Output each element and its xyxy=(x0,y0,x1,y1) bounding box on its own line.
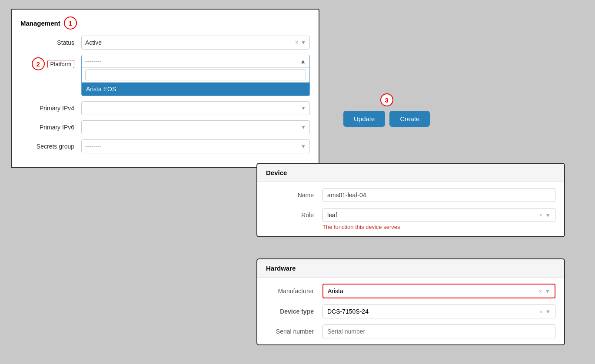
primary-ipv4-label: Primary IPv4 xyxy=(20,105,81,112)
device-role-row: Role leaf × ▼ The function this device s… xyxy=(266,208,555,230)
platform-search-input[interactable] xyxy=(85,69,306,80)
hardware-section-header: Hardware xyxy=(257,259,564,278)
secrets-chevron-icon[interactable]: ▼ xyxy=(301,143,306,149)
manufacturer-chevron-icon[interactable]: ▼ xyxy=(545,288,550,295)
platform-dropdown[interactable]: -------- ▲ Arista EOS xyxy=(81,55,310,96)
primary-ipv6-row: Primary IPv6 ▼ xyxy=(20,120,310,134)
device-type-select[interactable]: DCS-7150S-24 × ▼ xyxy=(322,304,555,318)
device-panel: Device Name Role leaf × ▼ The function t… xyxy=(256,163,565,237)
primary-ipv4-field[interactable]: ▼ xyxy=(81,101,310,115)
device-section-body: Name Role leaf × ▼ The function this dev… xyxy=(257,182,564,236)
platform-current-value: -------- xyxy=(85,58,101,65)
status-label: Status xyxy=(20,39,81,46)
management-panel: Management 1 Status Active × ▼ 2 Platfor… xyxy=(11,9,319,168)
create-button[interactable]: Create xyxy=(389,111,430,127)
status-select[interactable]: Active × ▼ xyxy=(81,36,310,50)
device-name-row: Name xyxy=(266,188,555,202)
management-title: Management 1 xyxy=(20,17,310,30)
platform-option-arista-eos[interactable]: Arista EOS xyxy=(82,83,309,96)
device-type-value: DCS-7150S-24 xyxy=(327,308,369,315)
button-row: Update Create xyxy=(343,111,430,127)
device-name-label: Name xyxy=(266,192,322,199)
manufacturer-value: Arista xyxy=(328,288,343,295)
primary-ipv4-row: Primary IPv4 ▼ xyxy=(20,101,310,115)
status-value: Active xyxy=(85,39,102,46)
secrets-group-field[interactable]: -------- ▼ xyxy=(81,139,310,153)
secrets-group-row: Secrets group -------- ▼ xyxy=(20,139,310,153)
badge-2: 2 xyxy=(32,57,45,70)
hardware-section-title: Hardware xyxy=(266,265,296,272)
platform-search-area xyxy=(82,68,309,83)
badge-1: 1 xyxy=(64,17,77,30)
ipv6-chevron-icon[interactable]: ▼ xyxy=(301,124,306,130)
status-chevron-icon[interactable]: ▼ xyxy=(301,40,306,46)
device-role-label: Role xyxy=(266,208,322,218)
serial-number-label: Serial number xyxy=(266,328,322,335)
secrets-group-value: -------- xyxy=(85,143,101,150)
platform-dropdown-header: -------- ▲ xyxy=(82,55,309,68)
status-row: Status Active × ▼ xyxy=(20,36,310,50)
platform-label-area: 2 Platform xyxy=(20,55,81,70)
hardware-panel: Hardware Manufacturer Arista × ▼ Device … xyxy=(256,258,565,345)
platform-row: 2 Platform -------- ▲ Arista EOS xyxy=(20,55,310,96)
primary-ipv6-label: Primary IPv6 xyxy=(20,124,81,131)
device-name-input[interactable] xyxy=(322,188,555,202)
device-type-row: Device type DCS-7150S-24 × ▼ xyxy=(266,304,555,318)
manufacturer-label: Manufacturer xyxy=(266,288,322,295)
ipv4-chevron-icon[interactable]: ▼ xyxy=(301,105,306,111)
device-type-clear-icon[interactable]: × xyxy=(539,308,543,315)
role-value: leaf xyxy=(327,212,337,218)
manufacturer-clear-icon[interactable]: × xyxy=(539,288,542,295)
status-controls: × ▼ xyxy=(295,40,306,46)
hardware-section-body: Manufacturer Arista × ▼ Device type DCS-… xyxy=(257,278,564,344)
role-select[interactable]: leaf × ▼ xyxy=(322,208,555,222)
platform-chevron-up-icon[interactable]: ▲ xyxy=(300,58,306,65)
device-type-label: Device type xyxy=(266,308,322,315)
management-label: Management xyxy=(20,20,60,27)
badge-3: 3 xyxy=(380,93,393,106)
manufacturer-select[interactable]: Arista × ▼ xyxy=(323,285,555,298)
action-buttons-area: 3 Update Create xyxy=(343,93,430,127)
platform-options: Arista EOS xyxy=(82,83,309,96)
device-section-title: Device xyxy=(266,169,287,176)
status-clear-icon[interactable]: × xyxy=(295,40,298,46)
role-helper-text: The function this device serves xyxy=(322,224,555,230)
role-row-wrapper: leaf × ▼ The function this device serves xyxy=(322,208,555,230)
secrets-group-label: Secrets group xyxy=(20,143,81,150)
platform-dropdown-container: -------- ▲ Arista EOS xyxy=(81,55,310,96)
serial-number-input[interactable] xyxy=(322,324,555,338)
device-type-chevron-icon[interactable]: ▼ xyxy=(545,308,551,315)
update-button[interactable]: Update xyxy=(343,111,385,127)
badge-3-row: 3 xyxy=(380,93,393,106)
role-clear-icon[interactable]: × xyxy=(539,212,543,218)
manufacturer-row: Manufacturer Arista × ▼ xyxy=(266,284,555,298)
serial-number-row: Serial number xyxy=(266,324,555,338)
manufacturer-field-wrapper: Arista × ▼ xyxy=(322,284,555,298)
device-section-header: Device xyxy=(257,164,564,182)
role-chevron-icon[interactable]: ▼ xyxy=(545,212,551,218)
primary-ipv6-field[interactable]: ▼ xyxy=(81,120,310,134)
platform-tag: Platform xyxy=(47,60,74,68)
